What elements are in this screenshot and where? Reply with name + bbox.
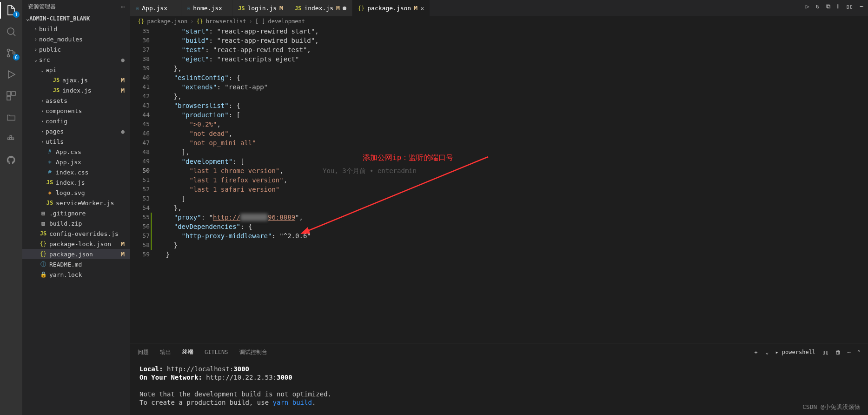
- sidebar-title: 资源管理器: [28, 3, 56, 11]
- file-item[interactable]: #App.css: [22, 147, 130, 157]
- run-icon[interactable]: ▷: [806, 3, 809, 10]
- split-terminal-icon[interactable]: ▯▯: [822, 349, 828, 355]
- editor-tab[interactable]: {}package.json M×: [352, 0, 431, 16]
- editor-top-actions: ▷ ↻ ⧉ ⫴ ▯▯ ⋯: [806, 3, 863, 10]
- file-item[interactable]: JSindex.js: [22, 177, 130, 187]
- svg-point-1: [7, 49, 10, 52]
- more-icon[interactable]: ⋯: [860, 3, 863, 10]
- file-item[interactable]: JSconfig-overrides.js: [22, 228, 130, 239]
- line-gutter: 3536373839404142434445464748495051525354…: [130, 27, 158, 343]
- terminal-dropdown-icon[interactable]: ⌄: [765, 349, 769, 355]
- sidebar: 资源管理器 ⋯ ⌄ ADMIN-CLIENT_BLANK ›build›node…: [22, 0, 130, 415]
- svg-point-2: [7, 55, 10, 57]
- svg-rect-10: [10, 136, 12, 138]
- project-header[interactable]: ⌄ ADMIN-CLIENT_BLANK: [22, 13, 130, 24]
- folder-item[interactable]: ›config: [22, 116, 130, 126]
- history-icon[interactable]: ↻: [816, 3, 820, 10]
- file-item[interactable]: #index.css: [22, 167, 130, 177]
- docker-icon[interactable]: [5, 132, 18, 145]
- github-icon[interactable]: [5, 154, 18, 167]
- source-control-icon[interactable]: 6: [5, 47, 18, 60]
- breadcrumb-file[interactable]: package.json: [147, 18, 187, 25]
- svg-rect-5: [12, 92, 15, 95]
- file-item[interactable]: ⓘREADME.md: [22, 259, 130, 269]
- files-icon[interactable]: [5, 111, 18, 124]
- file-item[interactable]: ◆logo.svg: [22, 187, 130, 198]
- file-item[interactable]: JSindex.jsM: [22, 85, 130, 95]
- svg-rect-9: [12, 138, 14, 140]
- maximize-panel-icon[interactable]: ⌃: [857, 349, 861, 355]
- tab-output[interactable]: 输出: [160, 347, 171, 358]
- code-content[interactable]: "start": "react-app-rewired start", "bui…: [158, 27, 831, 343]
- scm-badge: 6: [13, 54, 20, 60]
- file-item[interactable]: ▤.gitignore: [22, 208, 130, 218]
- run-debug-icon[interactable]: [5, 68, 18, 81]
- file-item[interactable]: {}package.jsonM: [22, 249, 130, 259]
- file-item[interactable]: JSajax.jsM: [22, 75, 130, 85]
- editor-tab[interactable]: ⚛App.jsx: [130, 0, 181, 16]
- folder-item[interactable]: ›build: [22, 24, 130, 34]
- file-tree: ›build›node_modules›public⌄src●⌄apiJSaja…: [22, 24, 130, 415]
- tab-debug[interactable]: 调试控制台: [239, 347, 267, 358]
- tab-terminal[interactable]: 终端: [182, 346, 193, 358]
- folder-item[interactable]: ›public: [22, 44, 130, 54]
- svg-point-0: [7, 28, 14, 34]
- new-terminal-icon[interactable]: ＋: [753, 348, 759, 356]
- file-item[interactable]: JSserviceWorker.js: [22, 198, 130, 208]
- sidebar-more-icon[interactable]: ⋯: [121, 4, 125, 10]
- file-item[interactable]: ⚛App.jsx: [22, 157, 130, 167]
- timeline-icon[interactable]: ⧉: [826, 3, 830, 10]
- tab-gitlens[interactable]: GITLENS: [205, 347, 228, 357]
- file-item[interactable]: {}package-lock.jsonM: [22, 239, 130, 249]
- sidebar-header: 资源管理器 ⋯: [22, 0, 130, 13]
- array-icon: [ ]: [255, 18, 265, 25]
- folder-item[interactable]: ›node_modules: [22, 34, 130, 44]
- terminal-output[interactable]: Local: http://localhost:3000 On Your Net…: [130, 361, 868, 415]
- breadcrumb-key[interactable]: development: [268, 18, 305, 25]
- panel-tabs: 问题 输出 终端 GITLENS 调试控制台 ＋ ⌄ ▸ powershell …: [130, 343, 868, 361]
- folder-item[interactable]: ›assets: [22, 95, 130, 106]
- folder-item[interactable]: ›pages●: [22, 126, 130, 136]
- tab-bar: ⚛App.jsx⚛home.jsxJSlogin.js MJSindex.js …: [130, 0, 868, 16]
- svg-rect-7: [8, 138, 10, 140]
- svg-rect-4: [7, 92, 11, 95]
- svg-rect-8: [10, 138, 12, 140]
- kill-terminal-icon[interactable]: 🗑: [835, 349, 841, 355]
- editor-area: ⚛App.jsx⚛home.jsxJSlogin.js MJSindex.js …: [130, 0, 868, 415]
- compare-icon[interactable]: ⫴: [837, 3, 840, 10]
- breadcrumb[interactable]: {} package.json › {} browserslist › [ ] …: [130, 16, 868, 27]
- editor-tab[interactable]: ⚛home.jsx: [181, 0, 232, 16]
- activity-bar: 1 6: [0, 0, 22, 415]
- folder-item[interactable]: ⌄api: [22, 65, 130, 75]
- folder-item[interactable]: ›components: [22, 106, 130, 116]
- watermark: CSDN @小兔叽没烦恼: [802, 403, 861, 411]
- panel-more-icon[interactable]: ⋯: [848, 349, 851, 355]
- file-item[interactable]: 🔒yarn.lock: [22, 269, 130, 280]
- editor[interactable]: 3536373839404142434445464748495051525354…: [130, 27, 868, 343]
- chevron-down-icon: ⌄: [26, 15, 29, 22]
- extensions-icon[interactable]: [5, 89, 18, 102]
- editor-tab[interactable]: JSlogin.js M: [232, 0, 289, 16]
- explorer-badge: 1: [13, 11, 20, 18]
- json-icon: {}: [138, 18, 144, 25]
- bottom-panel: 问题 输出 终端 GITLENS 调试控制台 ＋ ⌄ ▸ powershell …: [130, 343, 868, 415]
- search-icon[interactable]: [5, 25, 18, 38]
- project-name: ADMIN-CLIENT_BLANK: [29, 15, 90, 22]
- folder-item[interactable]: ›utils: [22, 136, 130, 147]
- minimap[interactable]: [831, 27, 868, 343]
- svg-rect-6: [7, 96, 11, 100]
- git-gutter-indicator: [151, 213, 152, 250]
- explorer-icon[interactable]: 1: [5, 4, 18, 17]
- json-icon: {}: [196, 18, 203, 25]
- split-icon[interactable]: ▯▯: [846, 3, 854, 10]
- file-item[interactable]: ▤build.zip: [22, 218, 130, 228]
- tab-problems[interactable]: 问题: [138, 347, 149, 358]
- folder-item[interactable]: ⌄src●: [22, 54, 130, 65]
- breadcrumb-key[interactable]: browserslist: [206, 18, 246, 25]
- shell-indicator[interactable]: ▸ powershell: [775, 349, 815, 355]
- editor-tab[interactable]: JSindex.js M: [289, 0, 352, 16]
